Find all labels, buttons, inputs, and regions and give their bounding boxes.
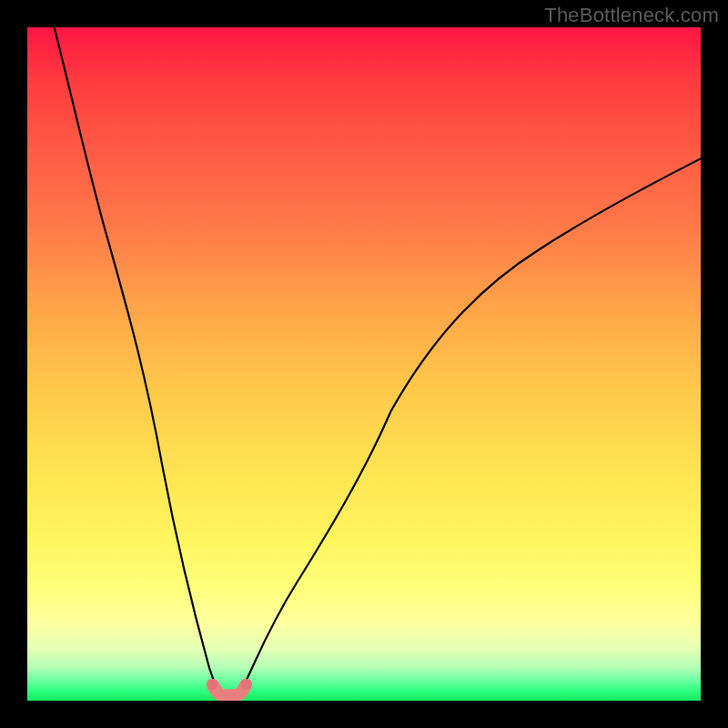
trough-marker-dot-left [207,679,217,690]
trough-marker [213,685,246,696]
outer-frame: TheBottleneck.com [0,0,728,728]
chart-plot-area [27,27,701,701]
watermark-text: TheBottleneck.com [544,4,719,27]
curve-right-branch [243,158,701,687]
trough-marker-dot-right [241,679,252,690]
curve-left-branch [55,27,217,687]
chart-svg [27,27,701,701]
